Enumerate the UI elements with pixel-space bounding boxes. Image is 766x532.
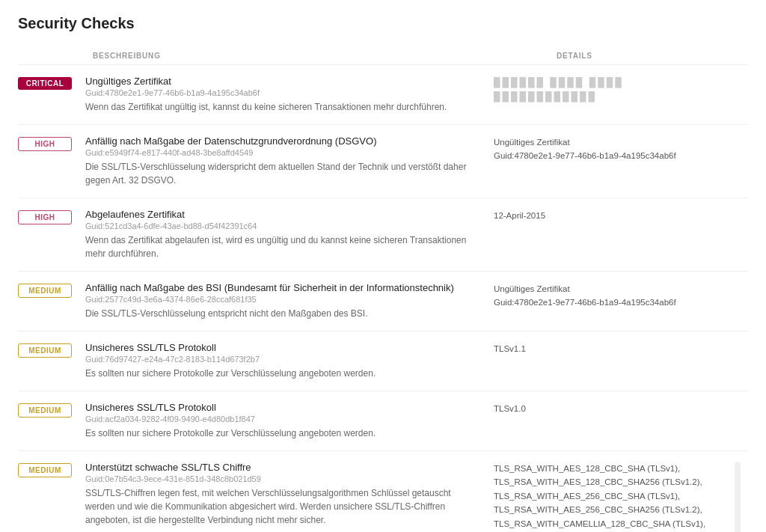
description-cell: Unterstützt schwache SSL/TLS ChiffreGuid… (85, 462, 494, 527)
check-guid: Guid:521cd3a4-6dfe-43ae-bd88-d54f42391c6… (85, 221, 479, 230)
severity-cell: HIGH (18, 135, 85, 151)
check-text: Die SSL/TLS-Verschlüsselung entspricht n… (85, 307, 479, 320)
check-guid: Guid:acf2a034-9282-4f09-9490-e4d80db1f84… (85, 415, 479, 424)
check-text: Wenn das Zertifikat abgelaufen ist, wird… (85, 233, 479, 260)
check-title: Anfällig nach Maßgabe des BSI (Bundesamt… (85, 282, 479, 293)
table-row: MEDIUMAnfällig nach Maßgabe des BSI (Bun… (18, 272, 748, 331)
description-cell: Ungültiges ZertifikatGuid:4780e2e1-9e77-… (85, 76, 494, 114)
severity-cell: MEDIUM (18, 402, 85, 418)
details-cell: ██████ ████ ████ ████████████ (494, 76, 733, 104)
description-cell: Anfällig nach Maßgabe der Datenschutzgru… (85, 135, 494, 187)
check-guid: Guid:76d97427-e24a-47c2-8183-b114d673f2b… (85, 355, 479, 364)
severity-cell: MEDIUM (18, 342, 85, 358)
severity-cell: MEDIUM (18, 282, 85, 298)
scrollbar-track (735, 462, 741, 532)
severity-cell: MEDIUM (18, 462, 85, 477)
table-row: CRITICALUngültiges ZertifikatGuid:4780e2… (18, 65, 748, 125)
table-row: MEDIUMUnsicheres SSL/TLS ProtokollGuid:a… (18, 391, 748, 451)
check-text: Wenn das Zertifikat ungültig ist, kannst… (85, 100, 479, 114)
description-cell: Abgelaufenes ZertifikatGuid:521cd3a4-6df… (85, 209, 494, 260)
table-row: MEDIUMUnsicheres SSL/TLS ProtokollGuid:7… (18, 331, 748, 391)
severity-badge: MEDIUM (18, 403, 72, 418)
details-cell: Ungültiges Zertifikat Guid:4780e2e1-9e77… (494, 282, 733, 310)
page-title: Security Checks (18, 15, 748, 32)
check-guid: Guid:0e7b54c3-9ece-431e-851d-348c8b021d5… (85, 474, 479, 483)
severity-badge: MEDIUM (18, 343, 72, 358)
severity-cell: HIGH (18, 209, 85, 224)
severity-badge: CRITICAL (18, 77, 72, 90)
check-text: Die SSL/TLS-Verschlüsselung widerspricht… (85, 160, 479, 187)
page-container: Security Checks BESCHREIBUNG DETAILS CRI… (0, 0, 766, 532)
check-text: Es sollten nur sichere Protokolle zur Ve… (85, 367, 479, 380)
table-header: BESCHREIBUNG DETAILS (18, 47, 748, 65)
table-row: HIGHAnfällig nach Maßgabe der Datenschut… (18, 125, 748, 198)
severity-cell: CRITICAL (18, 76, 85, 90)
check-title: Unsicheres SSL/TLS Protokoll (85, 402, 479, 413)
check-title: Abgelaufenes Zertifikat (85, 209, 479, 220)
details-cell: 12-April-2015 (494, 209, 733, 222)
check-text: Es sollten nur sichere Protokolle zur Ve… (85, 426, 479, 440)
check-title: Ungültiges Zertifikat (85, 76, 479, 87)
check-text: SSL/TLS-Chiffren legen fest, mit welchen… (85, 486, 479, 527)
table-row: HIGHAbgelaufenes ZertifikatGuid:521cd3a4… (18, 198, 748, 272)
check-guid: Guid:4780e2e1-9e77-46b6-b1a9-4a195c34ab6… (85, 88, 479, 97)
details-cell: TLS_RSA_WITH_AES_128_CBC_SHA (TLSv1), TL… (494, 462, 733, 532)
table-row: MEDIUMUnterstützt schwache SSL/TLS Chiff… (18, 451, 748, 532)
details-cell: Ungültiges Zertifikat Guid:4780e2e1-9e77… (494, 135, 733, 163)
description-cell: Unsicheres SSL/TLS ProtokollGuid:76d9742… (85, 342, 494, 380)
check-title: Unterstützt schwache SSL/TLS Chiffre (85, 462, 479, 473)
description-cell: Unsicheres SSL/TLS ProtokollGuid:acf2a03… (85, 402, 494, 440)
details-cell: TLSv1.0 (494, 402, 733, 415)
severity-badge: HIGH (18, 210, 72, 224)
severity-badge: MEDIUM (18, 463, 72, 477)
check-guid: Guid:2577c49d-3e6a-4374-86e6-28ccaf681f3… (85, 295, 479, 304)
details-cell: TLSv1.1 (494, 342, 733, 355)
check-guid: Guid:e5949f74-e817-440f-ad48-3be8affd454… (85, 148, 479, 157)
details-column-header: DETAILS (557, 52, 748, 60)
description-cell: Anfällig nach Maßgabe des BSI (Bundesamt… (85, 282, 494, 320)
severity-badge: MEDIUM (18, 284, 72, 298)
check-title: Anfällig nach Maßgabe der Datenschutzgru… (85, 135, 479, 147)
description-column-header: BESCHREIBUNG (93, 52, 557, 60)
severity-badge: HIGH (18, 137, 72, 151)
check-title: Unsicheres SSL/TLS Protokoll (85, 342, 479, 353)
checks-list: CRITICALUngültiges ZertifikatGuid:4780e2… (18, 65, 748, 532)
